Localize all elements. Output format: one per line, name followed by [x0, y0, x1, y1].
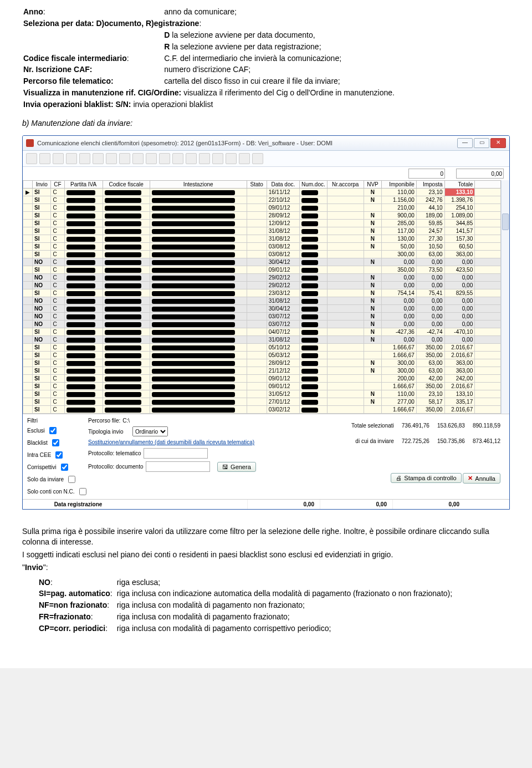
table-row[interactable]: NOC03/07/12N0,000,000,00 [23, 321, 501, 328]
table-row[interactable]: NOC29/02/12N0,000,000,00 [23, 282, 501, 289]
protocollo-documento-input[interactable] [146, 461, 210, 472]
toolbar-icon[interactable] [26, 153, 37, 164]
genera-button[interactable]: 🖫 Genera [217, 462, 256, 472]
table-row[interactable]: SIC03/02/121.666,67350,002.016,67 [23, 406, 501, 414]
data-grid[interactable]: InvioCF Partita IVA Codice fiscale Intes… [23, 180, 501, 414]
close-button[interactable]: ✕ [490, 138, 506, 148]
app-icon [26, 139, 34, 147]
sostituzione-link[interactable]: Sostituzione/annullamento (dati desumibi… [88, 439, 256, 445]
toolbar-icon[interactable] [186, 153, 197, 164]
filter-solo-inviare[interactable]: Solo da inviare [27, 474, 78, 485]
definitions-table: Anno:anno da comunicare; Seleziona per d… [22, 6, 398, 111]
window-title: Comunicazione elenchi clienti/fornitori … [37, 140, 454, 146]
toolbar-icon[interactable] [53, 153, 64, 164]
table-row[interactable]: SIC31/05/12N110,0023,10133,10 [23, 390, 501, 398]
table-row[interactable]: NOC29/02/12N0,000,000,00 [23, 274, 501, 282]
toolbar-icon[interactable] [106, 153, 117, 164]
table-row[interactable]: SIC28/09/12N900,00189,001.089,00 [23, 212, 501, 220]
table-row[interactable]: ▶SIC16/11/12N110,0023,10133,10 [23, 189, 501, 196]
table-row[interactable]: SIC22/10/12N1.156,00242,761.398,76 [23, 196, 501, 204]
table-row[interactable]: SIC12/09/12N285,0059,85344,85 [23, 220, 501, 227]
toolbar-icon[interactable] [132, 153, 144, 164]
toolbar-icon[interactable] [119, 153, 130, 164]
toolbar-icon[interactable] [39, 153, 50, 164]
app-window: Comunicazione elenchi clienti/fornitori … [22, 135, 510, 510]
table-row[interactable]: SIC09/01/12210,0044,10254,10 [23, 204, 501, 212]
toolbar-icon[interactable] [146, 153, 157, 164]
filter-intracee[interactable]: Intra CEE [27, 450, 78, 460]
table-row[interactable]: NOC31/08/12N0,000,000,00 [23, 336, 501, 344]
table-row[interactable]: SIC09/01/121.666,67350,002.016,67 [23, 383, 501, 390]
table-row[interactable]: NOC03/07/12N0,000,000,00 [23, 313, 501, 321]
stampa-button[interactable]: 🖨 Stampa di controllo [391, 473, 461, 483]
filter-esclusi[interactable]: Esclusi [27, 425, 78, 436]
table-row[interactable]: SIC05/03/121.666,67350,002.016,67 [23, 352, 501, 359]
status-bar: Data registrazione 0,00 0,00 0,00 [23, 499, 509, 509]
table-row[interactable]: SIC04/07/12N-427,36-42,74-470,10 [23, 328, 501, 336]
toolbar-icon[interactable] [226, 153, 237, 164]
table-row[interactable]: SIC21/12/12N300,0063,00363,00 [23, 367, 501, 375]
search-input[interactable] [408, 169, 445, 179]
toolbar-icon[interactable] [199, 153, 210, 164]
table-row[interactable]: SIC09/01/12350,0073,50423,50 [23, 266, 501, 274]
table-row[interactable]: SIC31/08/12N117,0024,57141,57 [23, 227, 501, 235]
table-row[interactable]: SIC05/10/121.666,67350,002.016,67 [23, 344, 501, 352]
totals-panel: Totale selezionati736.491,76153.626,8389… [347, 418, 505, 497]
after-text: Sulla prima riga è possibile inserire va… [22, 526, 510, 635]
maximize-button[interactable]: ▭ [474, 138, 489, 148]
total-input[interactable] [456, 169, 504, 179]
table-row[interactable]: NOC31/08/12N0,000,000,00 [23, 297, 501, 305]
filter-blacklist[interactable]: Blacklist [27, 438, 78, 448]
table-row[interactable]: SIC09/01/12200,0042,00242,00 [23, 375, 501, 383]
toolbar-icon[interactable] [172, 153, 183, 164]
toolbar-icon[interactable] [252, 153, 263, 164]
window-titlebar[interactable]: Comunicazione elenchi clienti/fornitori … [23, 136, 509, 151]
table-row[interactable]: SIC28/09/12N300,0063,00363,00 [23, 359, 501, 367]
table-row[interactable]: SIC31/08/12N130,0027,30157,30 [23, 235, 501, 243]
toolbar-icon[interactable] [79, 153, 90, 164]
toolbar [23, 151, 509, 167]
table-row[interactable]: SIC03/08/12300,0063,00363,00 [23, 251, 501, 258]
tipologia-invio-select[interactable]: Ordinario [132, 426, 168, 436]
toolbar-icon[interactable] [66, 153, 77, 164]
table-row[interactable]: NOC30/04/12N0,000,000,00 [23, 258, 501, 266]
filter-corrispettivi[interactable]: Corrispettivi [27, 462, 78, 472]
toolbar-icon[interactable] [212, 153, 223, 164]
table-row[interactable]: SIC27/01/12N277,0058,17335,17 [23, 398, 501, 406]
protocollo-telematico-input[interactable] [144, 448, 208, 459]
table-row[interactable]: SIC23/03/12N754,1475,41829,55 [23, 289, 501, 297]
section-b-heading: b) Manutenzione dati da inviare: [22, 119, 510, 128]
minimize-button[interactable]: — [457, 138, 473, 148]
table-row[interactable]: NOC30/04/12N0,000,000,00 [23, 305, 501, 313]
annulla-button[interactable]: ✕ Annulla [463, 473, 500, 484]
scrollbar[interactable] [501, 180, 509, 414]
toolbar-icon[interactable] [159, 153, 170, 164]
filter-solo-nc[interactable]: Solo conti con N.C. [27, 486, 78, 497]
toolbar-icon[interactable] [239, 153, 250, 164]
table-row[interactable]: SIC03/08/12N50,0010,5060,50 [23, 243, 501, 251]
toolbar-icon[interactable] [93, 153, 104, 164]
